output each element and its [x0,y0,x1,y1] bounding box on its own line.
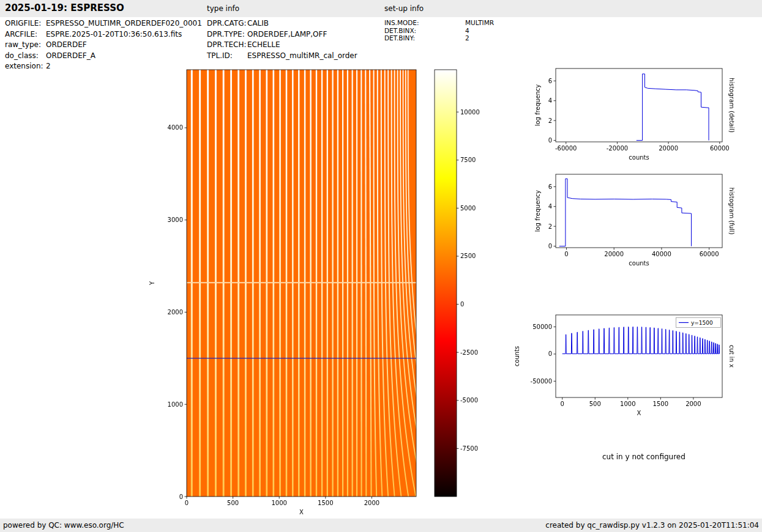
svg-text:counts: counts [629,260,649,267]
svg-text:6: 6 [548,183,552,190]
svg-text:cut in x: cut in x [728,345,735,368]
histogram-full-plot: 02000040000600000246countslog frequencyh… [534,174,735,267]
svg-text:2: 2 [548,223,552,230]
metadata-value: CALIB [247,18,269,29]
svg-text:-50000: -50000 [531,378,552,385]
svg-text:0: 0 [185,500,189,506]
metadata-key: DPR.CATG: [207,18,247,29]
svg-text:1000: 1000 [271,500,286,506]
svg-text:0: 0 [561,401,564,407]
metadata-row: TPL.ID:ESPRESSO_multiMR_cal_order [207,51,357,62]
svg-text:7500: 7500 [460,157,476,163]
metadata-value: 2 [46,61,51,72]
cut-y-note: cut in y not configured [602,453,685,461]
metadata-value: ESPRESSO_MULTIMR_ORDERDEF020_0001 [46,18,202,29]
metadata-key: DPR.TECH: [207,40,247,51]
metadata-key: TPL.ID: [207,51,247,62]
metadata-row: INS.MODE:MULTIMR [384,19,494,27]
svg-text:2000: 2000 [168,309,183,316]
svg-text:counts: counts [514,346,520,366]
svg-text:1000: 1000 [168,401,183,408]
svg-text:histogram (full): histogram (full) [728,187,735,234]
svg-text:0: 0 [548,243,552,249]
svg-text:0: 0 [564,251,568,257]
data-line [637,74,709,141]
svg-text:-20000: -20000 [607,145,628,152]
metadata-key: ARCFILE: [5,29,46,40]
qc-report-page: 2025-01-19: ESPRESSO type info set-up in… [0,0,762,532]
metadata-value: ESPRE.2025-01-20T10:36:50.613.fits [46,29,182,40]
type-info-label: type info [207,4,239,13]
metadata-row: ORIGFILE:ESPRESSO_MULTIMR_ORDERDEF020_00… [5,18,202,29]
metadata-key: raw_type: [5,40,46,51]
svg-text:4: 4 [548,203,552,210]
svg-text:3000: 3000 [168,216,183,223]
metadata-row: DET.BINY:2 [384,34,494,42]
metadata-row: do_class:ORDERDEF_A [5,51,202,62]
svg-text:2000: 2000 [364,500,379,506]
type-info-block: DPR.CATG:CALIBDPR.TYPE:ORDERDEF,LAMP,OFF… [207,18,357,61]
setup-info-block: INS.MODE:MULTIMRDET.BINX:4DET.BINY:2 [384,19,494,42]
metadata-row: extension:2 [5,61,202,72]
page-title: 2025-01-19: ESPRESSO [5,2,124,13]
svg-text:6: 6 [548,78,552,84]
metadata-value: 4 [465,27,469,35]
svg-text:0: 0 [548,350,552,357]
svg-text:10000: 10000 [460,109,480,116]
svg-text:40000: 40000 [652,251,671,257]
metadata-value: ORDERDEF [46,40,87,51]
header-bar: 2025-01-19: ESPRESSO type info set-up in… [0,0,762,17]
svg-text:4: 4 [548,97,552,104]
svg-text:0: 0 [548,137,552,144]
svg-text:1500: 1500 [653,401,668,407]
svg-text:0: 0 [460,301,464,308]
svg-text:counts: counts [629,154,649,161]
svg-text:log frequency: log frequency [534,190,541,232]
svg-text:5000: 5000 [460,205,476,212]
raw-frame-image [187,70,416,497]
metadata-value: ORDERDEF,LAMP,OFF [247,29,327,40]
metadata-key: DPR.TYPE: [207,29,247,40]
svg-text:500: 500 [227,500,239,506]
metadata-row: DPR.CATG:CALIB [207,18,357,29]
svg-text:-7500: -7500 [460,445,478,452]
data-line [559,179,692,246]
svg-text:20000: 20000 [659,145,678,152]
svg-text:X: X [299,509,304,515]
file-metadata-block: ORIGFILE:ESPRESSO_MULTIMR_ORDERDEF020_00… [5,18,202,72]
svg-text:y=1500: y=1500 [691,320,713,326]
svg-text:20000: 20000 [604,251,624,257]
cut-in-x-plot: 0500100015002000-50000050000Xcountscut i… [514,315,735,416]
metadata-key: DET.BINX: [384,27,465,35]
svg-text:1500: 1500 [318,500,333,506]
svg-text:-2500: -2500 [460,349,478,356]
svg-text:2500: 2500 [460,253,476,259]
footer-left-text: powered by QC: www.eso.org/HC [3,521,124,530]
svg-text:2: 2 [548,117,552,124]
setup-info-label: set-up info [384,4,424,13]
metadata-value: ESPRESSO_multiMR_cal_order [247,51,357,62]
svg-text:0: 0 [179,493,183,500]
metadata-key: do_class: [5,51,46,62]
metadata-key: INS.MODE: [384,19,465,27]
histogram-detail-plot: -60000-2000020000600000246countslog freq… [534,68,735,161]
metadata-key: extension: [5,61,46,72]
svg-text:60000: 60000 [700,251,719,257]
metadata-key: DET.BINY: [384,34,465,42]
metadata-value: 2 [465,34,469,42]
metadata-value: MULTIMR [465,19,494,27]
metadata-row: DPR.TECH:ECHELLE [207,40,357,51]
footer-bar: powered by QC: www.eso.org/HC created by… [0,519,762,532]
svg-text:-60000: -60000 [555,145,577,152]
metadata-row: raw_type:ORDERDEF [5,40,202,51]
metadata-row: DPR.TYPE:ORDERDEF,LAMP,OFF [207,29,357,40]
metadata-value: ECHELLE [247,40,280,51]
svg-text:2000: 2000 [685,401,701,407]
footer-right-text: created by qc_rawdisp.py v1.2.3 on 2025-… [545,521,759,530]
svg-text:Y: Y [149,281,155,286]
svg-text:-5000: -5000 [460,397,478,404]
metadata-key: ORIGFILE: [5,18,46,29]
svg-text:X: X [637,410,641,416]
svg-text:4000: 4000 [168,124,183,131]
svg-text:500: 500 [589,401,601,407]
